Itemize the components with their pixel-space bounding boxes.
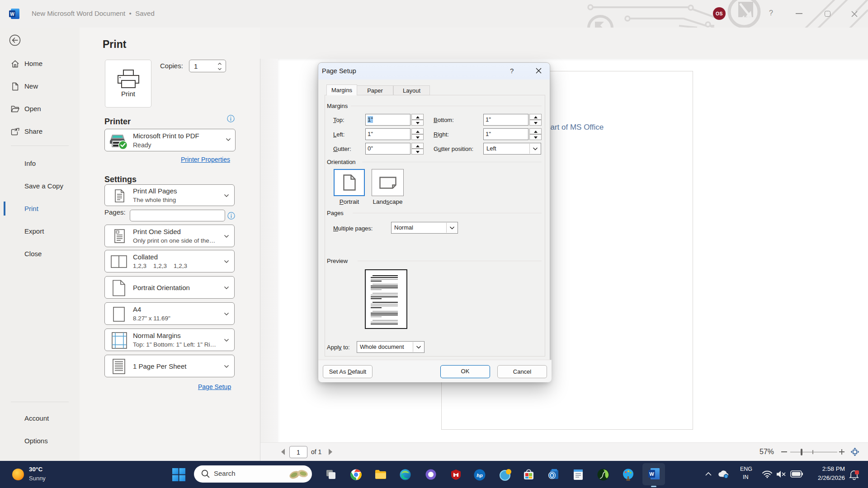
svg-text:hp: hp — [476, 473, 483, 478]
svg-text:i: i — [726, 475, 726, 478]
svg-text:W: W — [10, 12, 14, 17]
svg-text:W: W — [649, 471, 654, 477]
